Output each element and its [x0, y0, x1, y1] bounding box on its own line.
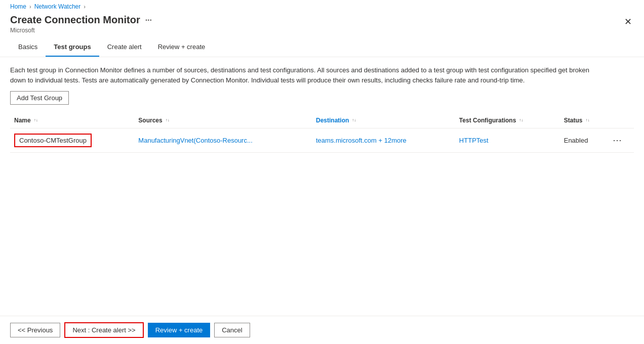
test-groups-table: Name ↑↓ Sources ↑↓ Destination ↑↓ — [10, 113, 634, 153]
description-text: Each test group in Connection Monitor de… — [0, 57, 608, 91]
tabs-bar: Basics Test groups Create alert Review +… — [0, 38, 644, 57]
sort-icon-test-configs[interactable]: ↑↓ — [519, 118, 523, 122]
col-header-name: Name ↑↓ — [10, 113, 134, 128]
add-test-group-button[interactable]: Add Test Group — [10, 91, 69, 105]
tab-basics[interactable]: Basics — [10, 38, 46, 57]
tab-create-alert[interactable]: Create alert — [99, 38, 150, 57]
sources-link[interactable]: ManufacturingVnet(Contoso-Resourc... — [138, 137, 252, 144]
table-row: Contoso-CMTestGroup ManufacturingVnet(Co… — [10, 128, 634, 153]
close-button[interactable]: ✕ — [622, 14, 634, 29]
tab-review-create[interactable]: Review + create — [150, 38, 214, 57]
row-more-actions-icon[interactable]: ··· — [613, 135, 622, 145]
page-subtitle: Microsoft — [10, 27, 152, 34]
col-header-destination: Destination ↑↓ — [312, 113, 455, 128]
more-options-icon[interactable]: ··· — [145, 16, 152, 25]
breadcrumb-sep-2: › — [84, 4, 86, 10]
group-name-highlighted[interactable]: Contoso-CMTestGroup — [14, 134, 92, 147]
page-header: Create Connection Monitor ··· Microsoft … — [0, 13, 644, 38]
col-header-sources: Sources ↑↓ — [134, 113, 312, 128]
breadcrumb: Home › Network Watcher › — [0, 0, 644, 13]
tab-test-groups[interactable]: Test groups — [46, 38, 99, 57]
sort-icon-name[interactable]: ↑↓ — [34, 118, 38, 122]
cell-sources: ManufacturingVnet(Contoso-Resourc... — [134, 128, 312, 153]
page-title: Create Connection Monitor ··· — [10, 14, 152, 26]
breadcrumb-sep-1: › — [29, 4, 31, 10]
footer: << Previous Next : Create alert >> Revie… — [0, 316, 644, 344]
breadcrumb-home[interactable]: Home — [10, 3, 26, 10]
cell-status: Enabled — [560, 128, 609, 153]
breadcrumb-network-watcher[interactable]: Network Watcher — [34, 3, 81, 10]
sort-icon-sources[interactable]: ↑↓ — [166, 118, 170, 122]
test-config-link[interactable]: HTTPTest — [459, 137, 489, 144]
cell-row-actions: ··· — [609, 128, 634, 153]
cancel-button[interactable]: Cancel — [214, 323, 250, 337]
col-header-actions — [609, 113, 634, 128]
previous-button[interactable]: << Previous — [10, 323, 60, 337]
test-groups-table-container: Name ↑↓ Sources ↑↓ Destination ↑↓ — [0, 113, 644, 153]
col-header-test-configurations: Test Configurations ↑↓ — [455, 113, 560, 128]
sort-icon-destination[interactable]: ↑↓ — [352, 118, 356, 122]
page-header-left: Create Connection Monitor ··· Microsoft — [10, 14, 152, 34]
cell-destination: teams.microsoft.com + 12more — [312, 128, 455, 153]
next-button[interactable]: Next : Create alert >> — [64, 322, 143, 338]
sort-icon-status[interactable]: ↑↓ — [585, 118, 589, 122]
cell-test-configurations: HTTPTest — [455, 128, 560, 153]
destination-link[interactable]: teams.microsoft.com + 12more — [316, 137, 407, 144]
cell-name: Contoso-CMTestGroup — [10, 128, 134, 153]
col-header-status: Status ↑↓ — [560, 113, 609, 128]
review-create-button[interactable]: Review + create — [148, 323, 211, 337]
